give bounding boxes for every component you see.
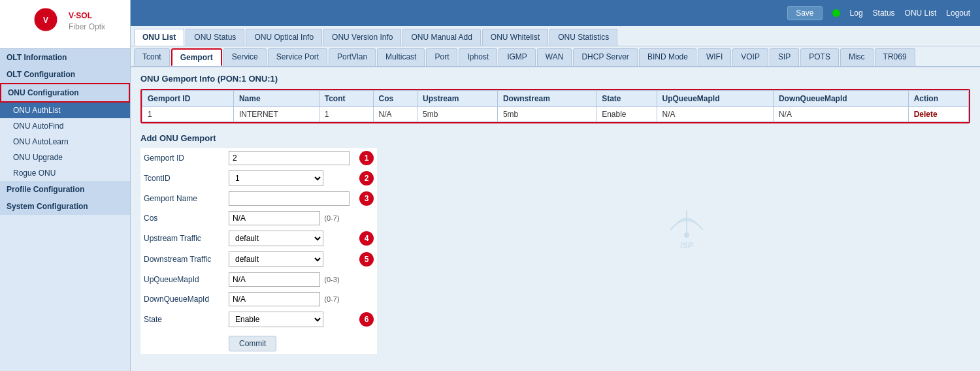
cell-upstream: 5mb (417, 107, 497, 122)
downqueue-input-cell: (0-7) (225, 289, 353, 309)
downstream-select[interactable]: default (229, 251, 323, 267)
gemport-id-input-cell (225, 148, 353, 168)
state-select[interactable]: Enable Disable (229, 312, 323, 327)
sidebar-system-config[interactable]: System Configuration (0, 198, 130, 215)
tab-onu-statistics[interactable]: ONU Statistics (549, 29, 617, 46)
tab-row-1: ONU List ONU Status ONU Optical Info ONU… (131, 26, 980, 46)
col-upstream: Upstream (417, 91, 497, 107)
status-button[interactable]: Status (873, 8, 895, 18)
cos-label: Cos (140, 208, 225, 228)
tab-bind-mode[interactable]: BIND Mode (639, 48, 696, 66)
cos-hint: (0-7) (322, 214, 339, 222)
form-row-commit: Commit (140, 330, 377, 354)
onu-list-topbar-button[interactable]: ONU List (905, 8, 937, 18)
sidebar-item-onu-autofind[interactable]: ONU AutoFind (0, 118, 130, 134)
col-downqueue: DownQueueMapId (773, 91, 908, 107)
step-6-badge: 6 (359, 312, 374, 327)
cell-state: Enable (596, 107, 657, 122)
tab-onu-list[interactable]: ONU List (134, 29, 184, 46)
svg-point-4 (684, 233, 689, 238)
svg-text:ISP: ISP (680, 241, 693, 250)
tab-tr069[interactable]: TR069 (875, 48, 915, 66)
gemport-name-input[interactable] (229, 191, 350, 206)
form-row-gemport-name: Gemport Name 3 (140, 189, 377, 208)
gemport-name-label: Gemport Name (140, 189, 225, 208)
step-3-badge: 3 (359, 191, 374, 206)
tab-misc[interactable]: Misc (840, 48, 874, 66)
cell-action: Delete (908, 107, 968, 122)
downstream-label: Downstream Traffic (140, 249, 225, 270)
upstream-select[interactable]: default (229, 231, 323, 246)
gemport-info-table-container: Gemport ID Name Tcont Cos Upstream Downs… (140, 89, 970, 123)
sidebar-item-onu-authlist[interactable]: ONU AuthList (0, 103, 130, 118)
logout-button[interactable]: Logout (946, 8, 970, 18)
tcont-id-select[interactable]: 1 (229, 170, 323, 186)
topbar: Save Log Status ONU List Logout (131, 0, 980, 26)
gemport-id-input[interactable] (229, 151, 350, 165)
upqueue-label: UpQueueMapId (140, 270, 225, 289)
gemport-id-label: Gemport ID (140, 148, 225, 168)
commit-button[interactable]: Commit (229, 336, 276, 351)
form-row-cos: Cos (0-7) (140, 208, 377, 228)
state-label: State (140, 309, 225, 330)
sidebar-item-onu-upgrade[interactable]: ONU Upgrade (0, 150, 130, 165)
col-gemport-id: Gemport ID (142, 91, 234, 107)
sidebar-onu-config[interactable]: ONU Configuration (0, 83, 130, 103)
gemport-info-title: ONU Gemport Info (PON:1 ONU:1) (140, 74, 970, 84)
vsol-logo: V V·SOL Fiber Optic Network (26, 7, 105, 42)
downstream-input-cell: default (225, 249, 353, 270)
tab-service-port[interactable]: Service Port (268, 48, 327, 66)
sidebar-item-rogue-onu[interactable]: Rogue ONU (0, 165, 130, 181)
step-2-badge: 2 (359, 171, 374, 186)
tab-igmp[interactable]: IGMP (498, 48, 536, 66)
col-name: Name (233, 91, 319, 107)
upqueue-input[interactable] (229, 272, 320, 287)
tab-portvlan[interactable]: PortVlan (329, 48, 376, 66)
save-button[interactable]: Save (787, 6, 822, 20)
tab-gemport[interactable]: Gemport (171, 48, 222, 66)
form-row-gemport-id: Gemport ID 1 (140, 148, 377, 168)
upstream-input-cell: default (225, 228, 353, 249)
gemport-name-input-cell (225, 189, 353, 208)
tab-onu-status[interactable]: ONU Status (186, 29, 244, 46)
tab-sip[interactable]: SIP (770, 48, 799, 66)
cell-tcont: 1 (319, 107, 373, 122)
downqueue-input[interactable] (229, 292, 320, 306)
tab-wan[interactable]: WAN (537, 48, 572, 66)
tab-onu-whitelist[interactable]: ONU Whitelist (482, 29, 548, 46)
tab-onu-manual-add[interactable]: ONU Manual Add (402, 29, 480, 46)
sidebar-item-onu-autolearn[interactable]: ONU AutoLearn (0, 134, 130, 150)
tab-multicast[interactable]: Multicast (377, 48, 425, 66)
cos-input[interactable] (229, 211, 320, 225)
upqueue-hint: (0-3) (322, 276, 339, 283)
tab-tcont[interactable]: Tcont (134, 48, 170, 66)
cos-input-cell: (0-7) (225, 208, 353, 228)
form-row-tcont-id: TcontID 1 2 (140, 168, 377, 189)
tab-service[interactable]: Service (223, 48, 267, 66)
delete-link[interactable]: Delete (914, 110, 938, 119)
tab-voip[interactable]: VOIP (732, 48, 768, 66)
tab-pots[interactable]: POTS (800, 48, 839, 66)
tab-port[interactable]: Port (426, 48, 457, 66)
tab-dhcp-server[interactable]: DHCP Server (573, 48, 637, 66)
cell-downqueue: N/A (773, 107, 908, 122)
cell-name: INTERNET (233, 107, 319, 122)
tcont-id-label: TcontID (140, 168, 225, 189)
col-upqueue: UpQueueMapId (657, 91, 773, 107)
gemport-info-table: Gemport ID Name Tcont Cos Upstream Downs… (142, 90, 969, 122)
tab-onu-version-info[interactable]: ONU Version Info (323, 29, 401, 46)
sidebar-profile-config[interactable]: Profile Configuration (0, 181, 130, 198)
sidebar-olt-info[interactable]: OLT Information (0, 49, 130, 66)
isp-logo: ISP (647, 197, 726, 251)
tab-wifi[interactable]: WIFI (698, 48, 731, 66)
svg-text:V·SOL: V·SOL (69, 11, 92, 20)
content-area: ONU Gemport Info (PON:1 ONU:1) Gemport I… (131, 67, 980, 371)
sidebar-olt-config[interactable]: OLT Configuration (0, 66, 130, 83)
add-gemport-form: Gemport ID 1 TcontID 1 (140, 148, 377, 354)
main-content: Save Log Status ONU List Logout ONU List… (131, 0, 980, 371)
tab-iphost[interactable]: Iphost (459, 48, 497, 66)
tab-onu-optical-info[interactable]: ONU Optical Info (246, 29, 322, 46)
step-5-badge: 5 (359, 252, 374, 266)
log-button[interactable]: Log (850, 8, 863, 18)
sidebar: V V·SOL Fiber Optic Network OLT Informat… (0, 0, 131, 371)
